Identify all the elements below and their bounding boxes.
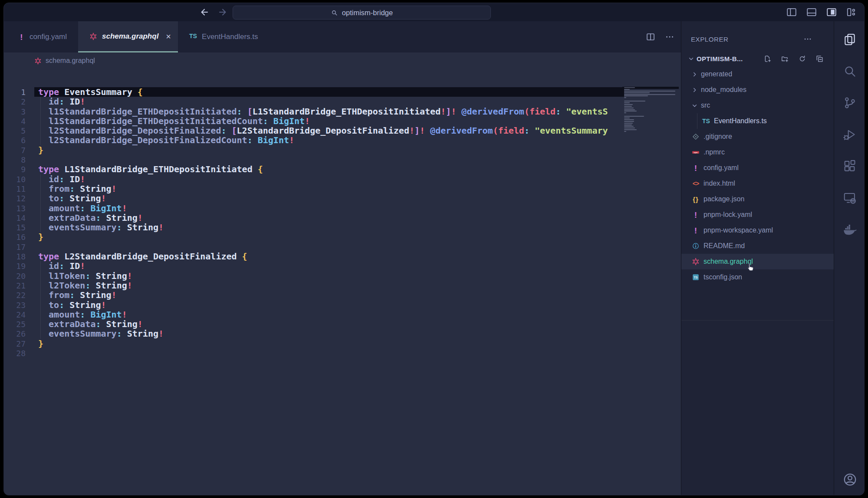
code-line-3[interactable]: 3 l1StandardBridge_ETHDepositInitiated: … xyxy=(4,107,681,116)
line-number: 13 xyxy=(4,204,26,213)
more-actions-icon[interactable] xyxy=(664,32,675,42)
code-line-4[interactable]: 4 l1StandardBridge_ETHDepositInitiatedCo… xyxy=(4,116,681,126)
command-center-search[interactable]: optimism-bridge xyxy=(233,6,491,20)
code-line-15[interactable]: 15 eventsSummary: String! xyxy=(4,223,681,232)
activity-explorer-icon[interactable] xyxy=(843,33,857,46)
html-icon: <> xyxy=(692,180,700,187)
code-line-1[interactable]: 1type EventsSummary { xyxy=(4,87,681,97)
tab-config.yaml[interactable]: !config.yaml xyxy=(6,21,78,52)
file-tree-item-README.md[interactable]: README.md xyxy=(681,238,834,254)
ts-box-icon: TS xyxy=(692,273,700,281)
code-line-2[interactable]: 2 id: ID! xyxy=(4,97,681,106)
code-line-21[interactable]: 21 l2Token: String! xyxy=(4,281,681,290)
code-line-8[interactable]: 8 xyxy=(4,155,681,164)
line-number: 7 xyxy=(4,146,26,155)
layout-controls xyxy=(786,7,857,18)
code-line-12[interactable]: 12 to: String! xyxy=(4,193,681,203)
file-tree-item-generated[interactable]: generated xyxy=(681,66,834,82)
code-line-7[interactable]: 7} xyxy=(4,145,681,155)
split-editor-icon[interactable] xyxy=(645,32,656,42)
breadcrumb-file-label: schema.graphql xyxy=(46,57,95,65)
file-tree-item-schema.graphql[interactable]: schema.graphql xyxy=(681,254,834,269)
line-content: from: String! xyxy=(38,183,117,194)
file-label: package.json xyxy=(704,195,744,203)
new-file-icon[interactable] xyxy=(763,55,772,63)
close-tab-icon[interactable]: × xyxy=(166,32,171,41)
line-number: 28 xyxy=(4,349,26,358)
tab-EventHandlers.ts[interactable]: TSEventHandlers.ts xyxy=(178,21,269,52)
file-tree-item-.gitignore[interactable]: .gitignore xyxy=(681,129,834,144)
code-line-11[interactable]: 11 from: String! xyxy=(4,184,681,193)
code-line-20[interactable]: 20 l1Token: String! xyxy=(4,271,681,281)
file-label: config.yaml xyxy=(704,164,739,172)
code-line-25[interactable]: 25 extraData: String! xyxy=(4,319,681,329)
code-line-13[interactable]: 13 amount: BigInt! xyxy=(4,203,681,213)
line-content: eventsSummary: String! xyxy=(38,328,164,339)
code-line-28[interactable]: 28 xyxy=(4,348,681,358)
editor-actions xyxy=(645,21,675,52)
layout-sidebar-icon[interactable] xyxy=(786,7,797,18)
line-number: 26 xyxy=(4,329,26,339)
code-line-22[interactable]: 22 from: String! xyxy=(4,290,681,300)
customize-layout-icon[interactable] xyxy=(846,7,857,18)
yaml-icon: ! xyxy=(692,226,700,234)
breadcrumb[interactable]: schema.graphql xyxy=(4,52,681,69)
new-folder-icon[interactable] xyxy=(781,55,789,63)
file-tree-item-tsconfig.json[interactable]: TStsconfig.json xyxy=(681,269,834,285)
code-line-27[interactable]: 27} xyxy=(4,339,681,348)
line-content: to: String! xyxy=(38,300,106,310)
layout-panel-icon[interactable] xyxy=(806,7,817,18)
code-line-14[interactable]: 14 extraData: String! xyxy=(4,213,681,223)
activity-remote-icon[interactable] xyxy=(843,191,857,205)
code-line-19[interactable]: 19 id: ID! xyxy=(4,261,681,271)
file-tree-item-EventHandlers.ts[interactable]: TSEventHandlers.ts xyxy=(681,113,834,129)
line-number: 5 xyxy=(4,126,26,136)
tab-schema.graphql[interactable]: schema.graphql× xyxy=(78,21,178,52)
code-line-18[interactable]: 18type L2StandardBridge_DepositFinalized… xyxy=(4,252,681,261)
minimap[interactable] xyxy=(624,87,676,144)
activity-account-icon[interactable] xyxy=(842,472,858,487)
layout-secondary-sidebar-icon[interactable] xyxy=(826,7,837,18)
file-tree-item-node_modules[interactable]: node_modules xyxy=(681,82,834,98)
line-number: 19 xyxy=(4,262,26,271)
navigate-back-icon[interactable] xyxy=(199,7,210,17)
explorer-more-actions-icon[interactable] xyxy=(803,34,812,44)
chevron-right-icon xyxy=(691,71,698,78)
activity-source-control-icon[interactable] xyxy=(843,96,857,110)
file-tree-item-package.json[interactable]: {}package.json xyxy=(681,191,834,207)
activity-search-icon[interactable] xyxy=(843,64,857,78)
file-tree-item-.npmrc[interactable]: npm.npmrc xyxy=(681,144,834,160)
file-tree-item-pnpm-workspace.yaml[interactable]: !pnpm-workspace.yaml xyxy=(681,223,834,238)
file-tree-item-pnpm-lock.yaml[interactable]: !pnpm-lock.yaml xyxy=(681,207,834,223)
line-number: 11 xyxy=(4,184,26,194)
line-number: 3 xyxy=(4,107,26,117)
code-line-24[interactable]: 24 amount: BigInt! xyxy=(4,310,681,319)
line-number: 20 xyxy=(4,272,26,281)
file-tree-item-index.html[interactable]: <>index.html xyxy=(681,176,834,191)
code-line-26[interactable]: 26 eventsSummary: String! xyxy=(4,329,681,338)
code-line-10[interactable]: 10 id: ID! xyxy=(4,174,681,184)
line-content: type L2StandardBridge_DepositFinalized { xyxy=(38,251,247,262)
refresh-icon[interactable] xyxy=(798,55,806,63)
activity-extensions-icon[interactable] xyxy=(843,159,857,173)
line-content: } xyxy=(38,145,43,155)
file-tree-item-config.yaml[interactable]: !config.yaml xyxy=(681,160,834,176)
code-line-17[interactable]: 17 xyxy=(4,242,681,252)
explorer-toolbar xyxy=(763,55,834,63)
line-content: l2StandardBridge_DepositFinalizedCount: … xyxy=(38,135,294,145)
collapse-all-icon[interactable] xyxy=(815,55,824,63)
activity-run-debug-icon[interactable] xyxy=(843,128,857,141)
explorer-root-folder[interactable]: OPTIMISM-B... xyxy=(681,51,834,66)
code-line-16[interactable]: 16} xyxy=(4,232,681,242)
code-line-9[interactable]: 9type L1StandardBridge_ETHDepositInitiat… xyxy=(4,164,681,174)
code-line-6[interactable]: 6 l2StandardBridge_DepositFinalizedCount… xyxy=(4,135,681,145)
line-number: 9 xyxy=(4,165,26,174)
navigate-forward-icon[interactable] xyxy=(217,7,228,17)
code-line-5[interactable]: 5 l2StandardBridge_DepositFinalized: [L2… xyxy=(4,126,681,135)
tab-label: config.yaml xyxy=(30,33,67,41)
line-number: 15 xyxy=(4,223,26,233)
activity-docker-icon[interactable] xyxy=(843,223,857,236)
code-line-23[interactable]: 23 to: String! xyxy=(4,300,681,310)
file-tree-item-src[interactable]: src xyxy=(681,98,834,113)
line-number: 16 xyxy=(4,233,26,242)
